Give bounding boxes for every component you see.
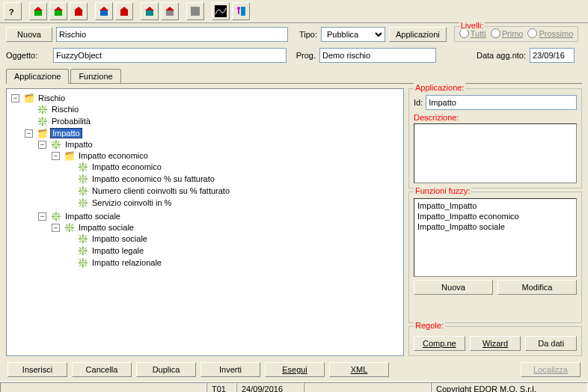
leaf-icon: ❇️ (64, 222, 76, 233)
app-icon: 🗂️ (23, 93, 35, 103)
data-agg-input[interactable] (530, 48, 575, 63)
nuova-button[interactable]: Nuova (6, 27, 52, 42)
list-item[interactable]: Impatto_Impatto economico (416, 211, 575, 221)
descrizione-legend: Descrizione: (414, 113, 577, 122)
livelli-legend: Livelli: (459, 21, 486, 30)
tree-probabilita[interactable]: Probabilità (50, 117, 92, 126)
tree-imp-econ[interactable]: Impatto economico (91, 162, 163, 171)
house-green-icon[interactable] (29, 2, 47, 20)
exit-icon[interactable] (232, 2, 250, 20)
svg-marker-7 (99, 7, 108, 10)
tree-imp-soc2[interactable]: Impatto sociale (77, 223, 135, 232)
tree-impatto-selected[interactable]: Impatto (50, 128, 82, 138)
xml-button[interactable]: XML (329, 362, 389, 377)
wizard-button[interactable]: Wizard (470, 336, 521, 351)
help-icon[interactable]: ? (4, 2, 22, 20)
house-red-icon[interactable] (70, 2, 88, 20)
house-green2-icon[interactable] (49, 2, 67, 20)
tree-imp-rel[interactable]: Impatto relazionale (91, 258, 163, 267)
tree-num-clienti[interactable]: Numero clienti coinvolti su % fatturato (91, 186, 231, 195)
tab-funzione[interactable]: Funzione (70, 69, 120, 83)
tree-imp-econ-parent[interactable]: Impatto economico (77, 151, 150, 160)
cancella-button[interactable]: Cancella (72, 362, 132, 377)
app-icon: 🗂️ (64, 150, 76, 161)
leaf-icon: ❇️ (77, 245, 89, 256)
house-red2-icon[interactable] (115, 2, 133, 20)
status-t01: T01 (206, 382, 236, 392)
tree-imp-soc-parent[interactable]: Impatto sociale (64, 212, 122, 221)
svg-rect-8 (100, 10, 108, 16)
radio-primo[interactable]: Primo (491, 28, 524, 38)
leaf-icon: ❇️ (77, 233, 89, 244)
svg-rect-10 (120, 10, 128, 16)
inserisci-button[interactable]: Inserisci (7, 362, 67, 377)
header-row-1: Nuova Tipo: Pubblica Applicazioni Livell… (0, 23, 588, 45)
prog-input[interactable] (319, 48, 436, 63)
expander-icon[interactable]: − (52, 152, 60, 160)
funzioni-group: Funzioni fuzzy: Impatto_Impatto Impatto_… (408, 192, 582, 323)
list-item[interactable]: Impatto_Impatto sociale (416, 221, 575, 232)
nuova-funzione-button[interactable]: Nuova (414, 280, 493, 295)
radio-prossimo[interactable]: Prossimo (527, 28, 573, 38)
svg-rect-17 (241, 7, 245, 16)
leaf-icon: ❇️ (77, 197, 89, 208)
svg-marker-3 (54, 7, 63, 10)
tipo-select[interactable]: Pubblica (321, 27, 385, 42)
tab-applicazione[interactable]: Applicazione (6, 69, 69, 84)
tree-impatto2[interactable]: Impatto (64, 140, 94, 149)
tree-root[interactable]: Rischio (37, 94, 67, 102)
status-copyright: Copyright EDOR M.Q. S.r.l. (431, 382, 588, 392)
svg-marker-11 (145, 7, 154, 10)
tree-panel[interactable]: −🗂️Rischio ❇️Rischio ❇️Probabilità −🗂️Im… (6, 88, 404, 356)
wave-icon[interactable] (212, 2, 230, 20)
expander-icon[interactable]: − (11, 94, 19, 102)
localizza-button[interactable]: Localizza (521, 362, 581, 377)
right-panel: Applicazione: Id: Descrizione: Funzioni … (408, 88, 582, 356)
applicazione-legend: Applicazione: (414, 83, 465, 92)
list-item[interactable]: Impatto_Impatto (416, 200, 575, 211)
svg-rect-15 (191, 7, 200, 16)
tree-imp-econ-pct[interactable]: Impatto economico % su fatturato (91, 174, 216, 183)
tree-servizio[interactable]: Servizio coinvolti in % (91, 198, 173, 207)
toolbar: ? (0, 0, 588, 23)
tree-imp-legale[interactable]: Impatto legale (91, 246, 145, 255)
dadati-button[interactable]: Da dati (525, 336, 577, 351)
compne-button[interactable]: Comp.ne (414, 336, 465, 351)
modifica-button[interactable]: Modifica (497, 280, 577, 295)
livelli-group: Livelli: Tutti Primo Prossimo (454, 26, 579, 42)
house-teal-icon[interactable] (141, 2, 159, 20)
house-gray-icon[interactable] (161, 2, 179, 20)
main-area: −🗂️Rischio ❇️Rischio ❇️Probabilità −🗂️Im… (0, 84, 588, 361)
leaf-icon: ❇️ (77, 174, 89, 184)
house-blue-icon[interactable] (95, 2, 113, 20)
svg-marker-13 (165, 7, 174, 10)
prog-label: Prog. (290, 51, 316, 60)
rischio-input[interactable] (56, 27, 288, 42)
duplica-button[interactable]: Duplica (136, 362, 196, 377)
expander-icon[interactable]: − (38, 212, 46, 221)
expander-icon[interactable]: − (38, 141, 46, 149)
leaf-icon: ❇️ (37, 116, 49, 126)
tree-rischio[interactable]: Rischio (50, 105, 80, 114)
expander-icon[interactable]: − (25, 129, 33, 138)
funzioni-listbox[interactable]: Impatto_Impatto Impatto_Impatto economic… (414, 198, 577, 277)
esegui-button[interactable]: Esegui (265, 362, 325, 377)
regole-group: Regole: Comp.ne Wizard Da dati (408, 326, 582, 356)
square-gray-icon[interactable] (186, 2, 204, 20)
funzioni-legend: Funzioni fuzzy: (414, 186, 471, 195)
id-input[interactable] (426, 95, 577, 110)
bottom-buttons: Inserisci Cancella Duplica Inverti Esegu… (0, 361, 588, 382)
leaf-icon: ❇️ (37, 104, 49, 114)
inverti-button[interactable]: Inverti (200, 362, 260, 377)
descrizione-textarea[interactable] (414, 123, 577, 183)
tabs: Applicazione Funzione (0, 66, 588, 84)
app-icon: 🗂️ (37, 128, 49, 138)
applicazioni-button[interactable]: Applicazioni (389, 27, 447, 42)
svg-rect-19 (238, 10, 239, 14)
tree-imp-soc[interactable]: Impatto sociale (91, 234, 149, 243)
leaf-icon: ❇️ (77, 186, 89, 196)
expander-icon[interactable]: − (52, 224, 60, 232)
svg-point-18 (237, 7, 240, 10)
id-label: Id: (414, 98, 423, 107)
oggetto-input[interactable] (53, 48, 287, 63)
